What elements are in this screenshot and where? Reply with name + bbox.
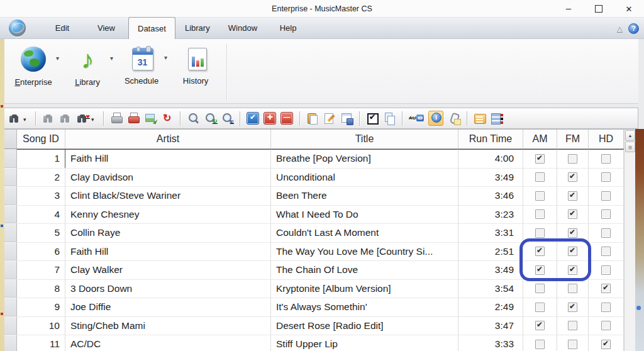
row-selector[interactable] [4, 316, 17, 335]
am-checkbox[interactable] [535, 247, 545, 256]
song-id-cell[interactable]: 2 [17, 168, 65, 187]
row-selector[interactable] [4, 260, 17, 279]
artist-cell[interactable]: AC/DC [65, 335, 271, 351]
am-checkbox[interactable] [535, 321, 545, 330]
hd-checkbox[interactable] [601, 303, 611, 312]
tab-library[interactable]: Library [175, 17, 219, 38]
print-icon[interactable] [127, 112, 140, 125]
select-check-icon[interactable] [366, 112, 379, 125]
find-favorite-icon[interactable] [76, 112, 89, 125]
table-row[interactable]: 83 Doors DownKryptonite [Album Version]3… [4, 279, 624, 298]
zoom-list-icon[interactable] [221, 112, 233, 125]
table-row[interactable]: 6Faith HillThe Way You Love Me [Country … [4, 242, 624, 261]
tab-help[interactable]: Help [266, 17, 310, 38]
ribbon-button-schedule[interactable]: 31Schedule [119, 44, 164, 86]
minimize-button[interactable] [553, 0, 584, 18]
song-id-cell[interactable]: 11 [17, 335, 65, 351]
fm-checkbox[interactable] [568, 247, 577, 256]
song-id-cell[interactable]: 4 [17, 205, 65, 224]
am-checkbox[interactable] [535, 172, 545, 182]
fm-checkbox[interactable] [568, 172, 577, 182]
hd-checkbox[interactable] [601, 172, 611, 182]
close-button[interactable] [614, 0, 644, 18]
hd-checkbox[interactable] [601, 191, 611, 201]
scroll-thumb[interactable] [625, 142, 635, 152]
run-time-cell[interactable]: 3:31 [458, 223, 523, 242]
table-row[interactable]: 1Faith HillBreathe [Pop Version]4:00 [4, 149, 624, 168]
fm-checkbox[interactable] [568, 191, 577, 201]
dropdown-caret-icon[interactable] [56, 52, 59, 63]
am-checkbox[interactable] [535, 303, 545, 312]
song-id-cell[interactable]: 6 [17, 242, 65, 261]
run-time-cell[interactable]: 3:33 [458, 335, 523, 351]
ribbon-button-history[interactable]: History [174, 44, 218, 86]
run-time-cell[interactable]: 3:49 [458, 260, 523, 279]
maximize-button[interactable] [584, 0, 614, 18]
dropdown-caret-icon[interactable] [110, 52, 113, 63]
song-id-cell[interactable]: 5 [17, 223, 65, 242]
hd-checkbox[interactable] [601, 340, 611, 349]
dropdown-caret-icon[interactable] [91, 113, 97, 124]
song-id-cell[interactable]: 7 [17, 260, 65, 279]
am-checkbox[interactable] [535, 191, 545, 201]
run-time-cell[interactable]: 3:23 [458, 205, 523, 224]
fm-checkbox[interactable] [568, 284, 577, 293]
collapse-ribbon-icon[interactable] [617, 23, 623, 34]
column-header-artist[interactable]: Artist [65, 130, 271, 148]
row-selector[interactable] [4, 335, 17, 351]
run-time-cell[interactable]: 3:47 [458, 316, 523, 335]
column-header-hd[interactable]: HD [589, 130, 624, 148]
title-cell[interactable]: Stiff Upper Lip [271, 335, 458, 351]
mark-blue-icon[interactable] [247, 112, 259, 125]
artist-cell[interactable]: Faith Hill [65, 242, 271, 261]
dropdown-caret-icon[interactable] [23, 113, 29, 124]
save-grid-icon[interactable] [340, 112, 353, 125]
title-cell[interactable]: Desert Rose [Radio Edit] [271, 316, 458, 335]
copy-icon[interactable] [383, 112, 396, 125]
artist-cell[interactable]: Collin Raye [65, 223, 271, 242]
table-row[interactable]: 11AC/DCStiff Upper Lip3:33 [4, 335, 624, 351]
am-checkbox[interactable] [535, 284, 545, 293]
table-row[interactable]: 2Clay DavidsonUnconditional3:49 [4, 168, 624, 187]
fm-checkbox[interactable] [568, 265, 577, 275]
delete-icon[interactable] [280, 112, 293, 125]
tab-dataset[interactable]: Dataset [128, 17, 175, 39]
fm-checkbox[interactable] [568, 340, 577, 349]
find-previous-icon[interactable] [59, 112, 72, 125]
auto-id-icon[interactable]: AUID [409, 112, 424, 125]
categories-icon[interactable] [474, 112, 486, 125]
print-preview-icon[interactable] [110, 112, 123, 125]
ribbon-button-library[interactable]: Library [65, 44, 109, 87]
dropdown-caret-icon[interactable] [164, 51, 167, 62]
artist-cell[interactable]: Sting/Cheb Mami [65, 316, 271, 335]
am-checkbox[interactable] [535, 340, 545, 349]
run-time-cell[interactable]: 3:54 [458, 279, 523, 298]
am-checkbox[interactable] [535, 228, 545, 238]
song-id-cell[interactable]: 3 [17, 186, 65, 205]
am-checkbox[interactable] [535, 154, 545, 164]
run-time-cell[interactable]: 2:49 [458, 298, 523, 316]
attachments-icon[interactable] [448, 112, 460, 125]
refresh-icon[interactable] [161, 112, 174, 125]
run-time-cell[interactable]: 3:49 [458, 168, 523, 187]
edit-icon[interactable] [323, 112, 336, 125]
song-id-cell[interactable]: 8 [17, 279, 65, 298]
help-icon[interactable] [628, 23, 639, 34]
artist-cell[interactable]: Faith Hill [65, 149, 271, 168]
scroll-up-icon[interactable] [625, 130, 635, 141]
artist-cell[interactable]: 3 Doors Down [65, 279, 271, 298]
title-cell[interactable]: The Chain Of Love [271, 260, 458, 279]
fm-checkbox[interactable] [568, 321, 577, 330]
tab-edit[interactable]: Edit [40, 17, 84, 38]
fm-checkbox[interactable] [568, 303, 577, 312]
row-selector[interactable] [4, 223, 17, 242]
title-cell[interactable]: It's Always Somethin' [271, 298, 458, 316]
title-cell[interactable]: Breathe [Pop Version] [271, 149, 458, 168]
row-selector[interactable] [4, 168, 17, 187]
table-row[interactable]: 10Sting/Cheb MamiDesert Rose [Radio Edit… [4, 316, 624, 335]
column-header-fm[interactable]: FM [557, 130, 589, 148]
hd-checkbox[interactable] [601, 228, 611, 238]
table-row[interactable]: 7Clay WalkerThe Chain Of Love3:49 [4, 260, 624, 279]
hd-checkbox[interactable] [601, 247, 611, 256]
artist-cell[interactable]: Clay Davidson [65, 168, 271, 187]
